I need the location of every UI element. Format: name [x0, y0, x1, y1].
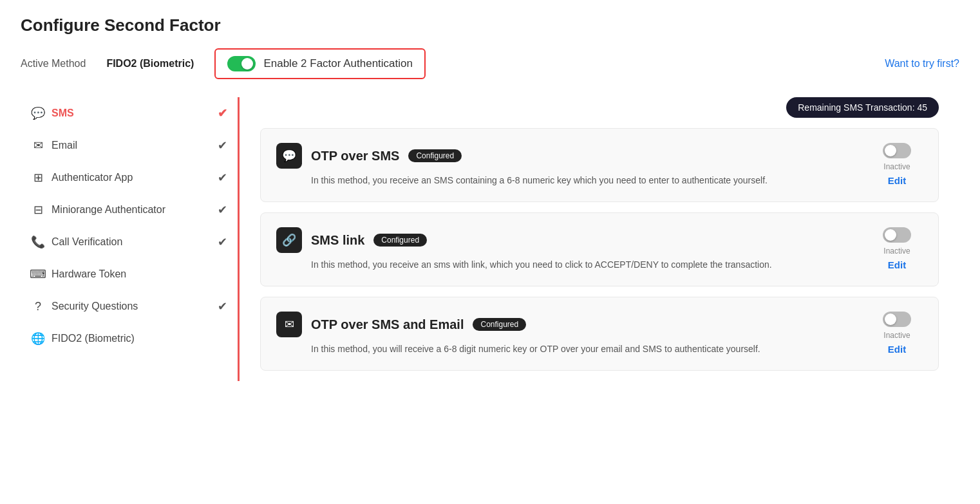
sidebar-label-email: Email [52, 140, 77, 151]
sidebar-label-sms: SMS [52, 107, 74, 119]
method-card-body-sms-link: 🔗SMS linkConfiguredIn this method, you r… [276, 227, 858, 272]
sms-link-method-icon: 🔗 [276, 227, 302, 253]
check-icon-email: ✔ [218, 138, 227, 153]
method-title-sms-link: SMS link [311, 233, 364, 248]
method-actions-otp-sms-email: InactiveEdit [871, 312, 923, 355]
page-title: Configure Second Factor [21, 15, 959, 35]
sidebar-item-email[interactable]: ✉Email✔ [21, 129, 238, 162]
otp-sms-email-method-icon: ✉ [276, 312, 302, 337]
sidebar-item-miniorange-authenticator[interactable]: ⊟Miniorange Authenticator✔ [21, 194, 238, 226]
check-icon-security-questions: ✔ [218, 299, 227, 313]
sidebar-label-hardware-token: Hardware Token [52, 268, 126, 280]
check-icon-authenticator-app: ✔ [218, 171, 227, 185]
sidebar-item-security-questions[interactable]: ?Security Questions✔ [21, 290, 238, 322]
email-icon: ✉ [31, 138, 45, 153]
content-area: Remaining SMS Transaction: 45 💬OTP over … [240, 97, 959, 381]
check-icon-call-verification: ✔ [218, 235, 227, 249]
configured-badge-otp-sms-email: Configured [473, 318, 526, 331]
enable-2fa-label: Enable 2 Factor Authentication [263, 57, 413, 70]
sidebar-label-authenticator-app: Authenticator App [52, 172, 133, 183]
enable-2fa-toggle[interactable] [227, 56, 256, 71]
fido2-icon: 🌐 [31, 331, 45, 346]
sidebar-label-call-verification: Call Verification [52, 236, 122, 248]
want-to-try-link[interactable]: Want to try first? [885, 58, 959, 70]
status-badge-otp-sms-email: Inactive [883, 331, 910, 340]
method-actions-otp-sms: InactiveEdit [871, 143, 923, 186]
method-actions-sms-link: InactiveEdit [871, 227, 923, 270]
method-desc-otp-sms-email: In this method, you will receive a 6-8 d… [311, 342, 858, 356]
edit-button-otp-sms[interactable]: Edit [888, 175, 906, 186]
sidebar-label-security-questions: Security Questions [52, 301, 138, 312]
method-title-otp-sms-email: OTP over SMS and Email [311, 317, 464, 332]
method-card-sms-link: 🔗SMS linkConfiguredIn this method, you r… [260, 212, 939, 286]
method-desc-sms-link: In this method, you receive an sms with … [311, 258, 858, 272]
check-icon-sms: ✔ [218, 106, 227, 120]
miniorange-authenticator-icon: ⊟ [31, 203, 45, 217]
sms-transaction-badge: Remaining SMS Transaction: 45 [786, 97, 939, 118]
hardware-token-icon: ⌨ [31, 267, 45, 281]
configured-badge-sms-link: Configured [373, 234, 427, 247]
method-toggle-sms-link[interactable] [883, 227, 911, 243]
method-card-body-otp-sms: 💬OTP over SMSConfiguredIn this method, y… [276, 143, 858, 187]
method-toggle-otp-sms[interactable] [883, 143, 911, 158]
sidebar-item-sms[interactable]: 💬SMS✔ [21, 97, 238, 129]
call-verification-icon: 📞 [31, 235, 45, 249]
sidebar-item-authenticator-app[interactable]: ⊞Authenticator App✔ [21, 162, 238, 194]
active-method-value: FIDO2 (Biometric) [106, 58, 194, 70]
otp-sms-method-icon: 💬 [276, 143, 302, 169]
method-toggle-otp-sms-email[interactable] [883, 312, 911, 327]
method-header-otp-sms-email: ✉OTP over SMS and EmailConfigured [276, 312, 858, 337]
sms-icon: 💬 [31, 106, 45, 120]
sidebar-label-fido2: FIDO2 (Biometric) [52, 333, 135, 344]
edit-button-sms-link[interactable]: Edit [888, 259, 906, 270]
method-title-otp-sms: OTP over SMS [311, 149, 399, 163]
security-questions-icon: ? [31, 299, 45, 313]
sidebar-item-fido2[interactable]: 🌐FIDO2 (Biometric) [21, 322, 238, 355]
authenticator-app-icon: ⊞ [31, 171, 45, 185]
check-icon-miniorange-authenticator: ✔ [218, 203, 227, 217]
method-header-otp-sms: 💬OTP over SMSConfigured [276, 143, 858, 169]
method-card-body-otp-sms-email: ✉OTP over SMS and EmailConfiguredIn this… [276, 312, 858, 356]
edit-button-otp-sms-email[interactable]: Edit [888, 344, 906, 355]
status-badge-otp-sms: Inactive [883, 162, 910, 171]
sidebar-item-call-verification[interactable]: 📞Call Verification✔ [21, 226, 238, 258]
method-card-otp-sms-email: ✉OTP over SMS and EmailConfiguredIn this… [260, 297, 939, 371]
method-card-otp-sms: 💬OTP over SMSConfiguredIn this method, y… [260, 128, 939, 202]
method-header-sms-link: 🔗SMS linkConfigured [276, 227, 858, 253]
sidebar-label-miniorange-authenticator: Miniorange Authenticator [52, 204, 165, 216]
active-method-label: Active Method [21, 58, 86, 70]
method-desc-otp-sms: In this method, you receive an SMS conta… [311, 174, 858, 187]
configured-badge-otp-sms: Configured [408, 149, 462, 162]
status-badge-sms-link: Inactive [883, 247, 910, 256]
sidebar-item-hardware-token[interactable]: ⌨Hardware Token [21, 258, 238, 290]
sidebar: 💬SMS✔✉Email✔⊞Authenticator App✔⊟Minioran… [21, 97, 240, 381]
enable-2fa-box: Enable 2 Factor Authentication [214, 48, 426, 79]
